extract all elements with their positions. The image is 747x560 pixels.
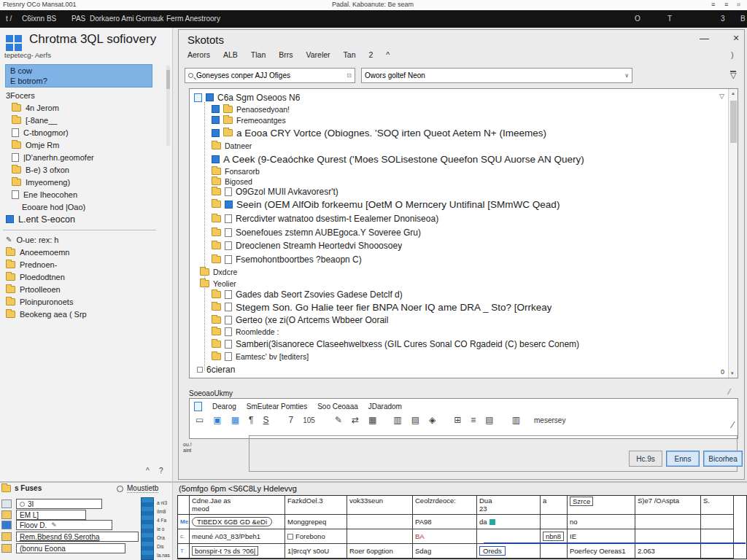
- menu-tan[interactable]: Tan: [344, 50, 356, 59]
- file-item[interactable]: Rem.Bbesnd 69.Serotha: [16, 532, 139, 542]
- sidebar-item[interactable]: Imyeomeng): [0, 176, 164, 188]
- tree-item[interactable]: Dxdcre: [190, 266, 738, 278]
- file-item[interactable]: Floov D.✎: [16, 520, 112, 530]
- menu-item-4[interactable]: Gornauk: [136, 15, 163, 23]
- col-header-6[interactable]: a: [541, 496, 568, 515]
- execute-button[interactable]: Bicorhea: [703, 451, 743, 467]
- table-cell[interactable]: no: [568, 515, 635, 529]
- table-cell[interactable]: 1|9rcqY s0oU: [285, 544, 347, 559]
- menu-caret[interactable]: ^: [386, 50, 390, 59]
- file-item[interactable]: (bonnu Eoona: [16, 543, 125, 553]
- sidebar-item[interactable]: Ene Iheocohen: [0, 188, 164, 201]
- sidebar-item-group[interactable]: 3Focers: [0, 89, 164, 101]
- table-cell[interactable]: Poerfecy Oereas1: [568, 544, 635, 559]
- tree-item[interactable]: Fsemohontboortbes ?beaopn C): [190, 252, 738, 266]
- col-header-2[interactable]: FazkdOel.3: [285, 496, 347, 515]
- tree-item[interactable]: Samberi(3isanorece Claseehweltxess (GIL …: [190, 338, 738, 351]
- menu-2[interactable]: 2: [369, 50, 374, 59]
- close-button[interactable]: ×: [733, 32, 739, 44]
- gutter-doc-icon[interactable]: [1, 499, 12, 508]
- tree-item[interactable]: Fonsarorb: [190, 166, 738, 176]
- col-header-1[interactable]: Cdne.Jae asmeod: [190, 496, 285, 515]
- input-option-icon[interactable]: ⊡: [347, 72, 352, 79]
- sidebar-item[interactable]: Prtoolleoen: [0, 283, 164, 295]
- menu-lines-icon[interactable]: ≡: [711, 1, 715, 8]
- chevron-down-icon[interactable]: ∨: [624, 72, 629, 79]
- col-header-8[interactable]: S)e7 /OAspta: [635, 496, 701, 515]
- sidebar-selected-item[interactable]: B cow E botrom?: [5, 64, 152, 88]
- col-header-4[interactable]: Ceolzrdeoce:: [413, 496, 477, 515]
- sidebar-scrollbar[interactable]: [166, 66, 170, 146]
- sidebar-item[interactable]: Ploedodtnen: [0, 271, 164, 283]
- open-icon[interactable]: ▦: [231, 415, 239, 425]
- menu-item-1[interactable]: C6ixnn BS: [22, 15, 56, 23]
- file-item[interactable]: EM L]: [16, 510, 86, 520]
- rows-icon[interactable]: ▤: [411, 415, 419, 425]
- table-cell[interactable]: [635, 529, 701, 544]
- sidebar-item[interactable]: Anoeemoemn: [0, 246, 164, 258]
- outline-icon[interactable]: ≡: [471, 415, 476, 425]
- tree-scrollbar[interactable]: ▴ ▾: [728, 89, 738, 378]
- tb-menu-dearog[interactable]: Dearog: [212, 402, 236, 411]
- col-header-3[interactable]: vok33seun: [347, 496, 413, 515]
- tree-item[interactable]: Soenefoues zstemn AUBEgoca.Y Soveree Gru…: [190, 225, 738, 239]
- columns-icon[interactable]: ▥: [393, 415, 401, 425]
- sidebar-item[interactable]: C-tbnogmor): [0, 126, 164, 139]
- filter-icon[interactable]: ▽: [730, 71, 736, 79]
- sidebar-item[interactable]: L.ent S-eocon: [0, 213, 164, 225]
- sidebar-item[interactable]: Beokeng aea ( Srp: [0, 308, 164, 320]
- collapse-icon[interactable]: ^: [146, 467, 150, 475]
- table-cell[interactable]: [541, 544, 568, 559]
- tree-item[interactable]: Dreoclenen Streamh Heortedvi Shooosoey: [190, 239, 738, 252]
- tree-footer[interactable]: 6cieran: [190, 362, 738, 377]
- swap-icon[interactable]: ⇄: [352, 415, 359, 425]
- table-cell[interactable]: IE: [568, 529, 635, 544]
- table-cell[interactable]: Roer 6opgtion: [347, 544, 413, 559]
- table-cell[interactable]: [701, 529, 734, 544]
- new-page-icon[interactable]: ▭: [196, 415, 204, 425]
- gutter-folder-icon[interactable]: [1, 532, 12, 541]
- sidebar-item[interactable]: B-e) 3 ofxon: [0, 163, 164, 176]
- tree-root[interactable]: C6a Sgm Oseoos N6: [190, 91, 738, 104]
- tree-item[interactable]: Eamtesc' bv [tediters]: [190, 351, 738, 362]
- search-input-1[interactable]: [196, 71, 344, 79]
- menu-aerors[interactable]: Aerors: [187, 50, 210, 59]
- refresh-header[interactable]: Moustietb: [117, 484, 158, 493]
- sidebar-item[interactable]: [-8ane__: [0, 114, 164, 126]
- table-cell[interactable]: nbn8: [541, 529, 568, 544]
- tb-menu-smeutear[interactable]: SmEutear Pomties: [247, 402, 307, 411]
- count-badge[interactable]: 3: [721, 15, 725, 23]
- col-header-5[interactable]: Dua23: [477, 496, 541, 515]
- tree-item[interactable]: Roomledde :: [190, 326, 738, 338]
- pen-icon[interactable]: ✎: [335, 415, 342, 425]
- tree-item[interactable]: Penaosedyoan!: [190, 104, 738, 114]
- table-cell[interactable]: [347, 529, 413, 544]
- tree-item[interactable]: Stegem Son. Go Halie teer fier BNPA Noer…: [190, 300, 738, 314]
- minimize-button[interactable]: —: [700, 33, 709, 44]
- help-button[interactable]: Hc.9s: [629, 451, 662, 467]
- list-filter-icon[interactable]: ▽: [719, 93, 724, 100]
- table-cell[interactable]: Sdag: [413, 544, 477, 559]
- style-s-icon[interactable]: S: [263, 415, 268, 425]
- table-cell[interactable]: [701, 515, 734, 529]
- table-cell[interactable]: [635, 515, 701, 529]
- table-cell[interactable]: [701, 544, 734, 559]
- diamond-icon[interactable]: ◈: [429, 415, 436, 425]
- table-cell[interactable]: meuné A03_83/Pbeh1: [190, 529, 285, 544]
- menu-lines2-icon[interactable]: ≡: [724, 1, 728, 8]
- save-icon[interactable]: ▣: [213, 415, 221, 425]
- scrollbar-thumb[interactable]: [730, 101, 737, 143]
- sum-icon[interactable]: ⊞: [454, 415, 461, 425]
- menu-item-2[interactable]: PAS: [71, 15, 85, 23]
- menu-tlan[interactable]: Tlan: [251, 50, 266, 59]
- tree-item[interactable]: O9Gzol MUIl Avkavoresr't): [190, 186, 738, 197]
- tree-item[interactable]: a Eooa CRY Vortce (Obiognes. 'SOQ irten …: [190, 125, 738, 140]
- table-cell[interactable]: [541, 515, 568, 529]
- gutter-folder-icon[interactable]: [1, 544, 12, 553]
- table-cell[interactable]: Forebono: [285, 529, 347, 544]
- sheet-icon[interactable]: ▥: [512, 415, 520, 425]
- sidebar-item[interactable]: Omje Rm: [0, 139, 164, 151]
- sidebar-item[interactable]: 4n Jerom: [0, 101, 164, 114]
- section-expand-icon[interactable]: ⁄: [729, 388, 730, 396]
- checkbox-icon[interactable]: [287, 534, 293, 540]
